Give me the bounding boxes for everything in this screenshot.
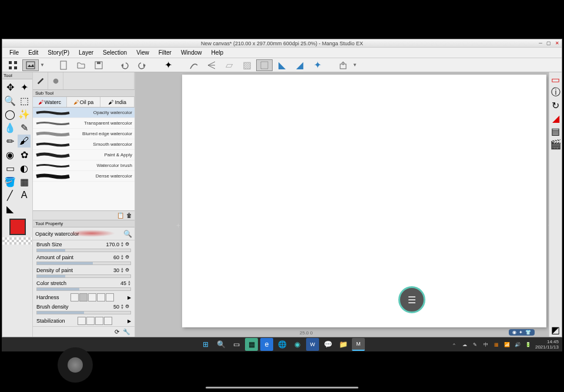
pen-tool[interactable]: ✎ [18,121,31,134]
animation-icon[interactable]: 🎬 [551,139,560,149]
hardness-expand-icon[interactable]: ▶ [127,295,131,300]
flip-horizontal-button[interactable]: ◣ [274,59,290,71]
navigator-icon[interactable]: ▭ [551,75,560,84]
ruler-tool[interactable]: ◣ [4,202,16,215]
brush-tool[interactable]: 🖌 [18,135,31,148]
gradient-tool[interactable]: ▦ [18,175,31,188]
tray-expand-icon[interactable]: ^ [451,341,458,348]
brush-size-slider[interactable] [36,249,131,252]
image-view-button[interactable] [22,59,39,71]
tray-volume-icon[interactable]: 🔊 [514,341,521,348]
brush-item-transparent[interactable]: Transparent watercolor [33,118,135,129]
menu-file[interactable]: File [5,49,24,56]
edge-app[interactable]: e [260,338,273,351]
stretch-slider[interactable] [36,287,131,291]
menu-layer[interactable]: Layer [74,49,98,56]
density-value[interactable]: 30 [102,267,119,273]
airbrush-tool[interactable]: ◉ [4,148,16,161]
zoom-tool[interactable]: 🔍 [4,94,16,107]
mangastudio-app[interactable]: M [352,338,365,351]
decoration-tool[interactable]: ✿ [18,148,31,161]
brush-density-stepper[interactable]: ▲▼ [120,304,124,310]
stretch-stepper[interactable]: ▲▼ [127,280,131,286]
lasso-tool[interactable]: ◯ [4,108,16,120]
amount-settings-icon[interactable]: ⚙ [125,254,131,260]
rotate-button[interactable]: ✦ [309,59,325,71]
eyedropper-tool[interactable]: 💧 [4,121,16,134]
brush-item-smooth[interactable]: Smooth watercolor [33,139,135,150]
amount-stepper[interactable]: ▲▼ [120,254,124,260]
word-app[interactable]: W [306,338,319,351]
pencil-tool[interactable]: ✏ [4,135,16,148]
delete-brush-icon[interactable]: 🗑 [126,212,132,219]
menu-filter[interactable]: Filter [154,49,176,56]
wand-tool[interactable]: ✨ [18,108,31,120]
chat-app[interactable]: 💬 [321,338,334,351]
menu-window[interactable]: Window [176,49,207,56]
brush-item-blurred[interactable]: Blurred edge watercolor [33,129,135,139]
export-button[interactable] [335,59,351,71]
tray-pen-icon[interactable]: ✎ [472,341,479,348]
explorer-app[interactable]: 📁 [337,338,350,351]
taskbar-clock[interactable]: 14:45 2021/11/13 [535,339,559,350]
menu-view[interactable]: View [132,49,154,56]
snap-center-button[interactable]: ✦ [160,59,176,71]
search-button[interactable]: 🔍 [214,338,227,351]
minimize-button[interactable]: ─ [537,39,544,46]
line-tool[interactable]: ╱ [4,189,16,202]
menu-selection[interactable]: Selection [98,49,132,56]
brush-size-settings-icon[interactable]: ⚙ [125,242,131,247]
brush-category-2[interactable] [48,72,63,89]
move-tool[interactable]: ✥ [4,81,16,93]
new-brush-icon[interactable]: 📋 [117,212,124,219]
maximize-button[interactable]: ▢ [545,39,552,46]
stretch-value[interactable]: 45 [109,280,126,286]
selection-tool[interactable]: ⬚ [18,94,31,107]
tray-onedrive-icon[interactable]: ☁ [461,341,468,348]
tray-wifi-icon[interactable]: 📶 [503,341,511,348]
task-view-button[interactable]: ▭ [230,338,243,351]
grid-snap-button[interactable] [256,59,273,71]
property-reset-icon[interactable]: ⟳ [115,329,119,335]
density-slider[interactable] [36,274,131,278]
save-button[interactable] [90,59,107,71]
new-file-button[interactable] [55,59,72,71]
stabilization-boxes[interactable] [78,317,112,325]
home-indicator[interactable] [206,387,358,388]
ruler-snap-button[interactable] [186,59,202,71]
amount-value[interactable]: 60 [102,254,119,260]
canvas-area[interactable]: + + ☰ 25.0 0 ◉ ✦ 👕 [135,72,549,337]
brush-item-dense[interactable]: Dense watercolor [33,171,135,182]
property-detail-icon[interactable]: 🔍 [123,230,132,238]
stabilization-expand-icon[interactable]: ▶ [127,319,131,324]
brush-size-stepper[interactable]: ▲▼ [120,242,124,247]
menu-edit[interactable]: Edit [24,49,43,56]
grid-view-button[interactable] [5,59,21,71]
virtual-joystick[interactable] [58,347,93,383]
redo-button[interactable] [134,59,150,71]
chrome-app[interactable]: 🌐 [276,338,288,351]
tray-app-icon[interactable]: ▦ [493,341,500,348]
floating-menu-button[interactable]: ☰ [398,286,425,313]
hardness-boxes[interactable] [70,293,114,301]
brush-density-slider[interactable] [36,311,131,314]
open-file-button[interactable] [73,59,89,71]
status-pill[interactable]: ◉ ✦ 👕 [509,329,535,336]
operation-tool[interactable]: ✦ [18,81,31,93]
property-wrench-icon[interactable]: 🔧 [123,329,130,335]
brush-category-3[interactable] [63,72,135,89]
brush-item-paint-apply[interactable]: Paint & Apply [33,150,135,160]
flip-vertical-button[interactable]: ◢ [291,59,308,71]
export-dropdown-icon[interactable]: ▼ [352,62,358,68]
joystick-knob[interactable] [68,357,83,373]
brush-item-watercolor-brush[interactable]: Watercolor brush [33,160,135,171]
close-button[interactable]: ✕ [553,39,560,46]
brush-size-value[interactable]: 170.0 [102,242,119,247]
menu-story[interactable]: Story(P) [43,49,74,56]
tray-battery-icon[interactable]: 🔋 [525,341,532,348]
text-tool[interactable]: A [18,189,31,202]
brush-item-opacity[interactable]: Opacity watercolor [33,108,135,118]
subtool-tab-watercolor[interactable]: 🖌Waterc [33,97,67,107]
brush-density-value[interactable]: 50 [102,304,119,310]
amount-slider[interactable] [36,262,131,265]
